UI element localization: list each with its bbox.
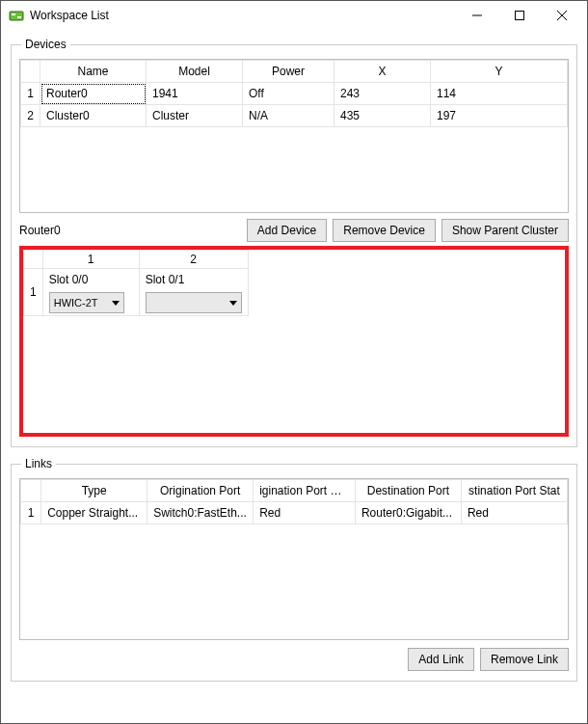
svg-rect-1 [12,13,15,15]
cell-model[interactable]: 1941 [147,83,243,105]
row-header-blank [21,480,41,502]
row-index: 1 [21,502,41,524]
svg-rect-0 [10,12,23,20]
links-table[interactable]: Type Origination Port igination Port Sta… [20,479,568,524]
slots-corner [24,251,43,269]
devices-table-wrap: Name Model Power X Y 1 Router0 1941 Off … [19,59,569,213]
svg-rect-4 [516,12,524,20]
col-model[interactable]: Model [147,61,243,83]
svg-rect-2 [17,16,21,18]
remove-link-button[interactable]: Remove Link [480,648,569,671]
close-button[interactable] [541,2,583,29]
minimize-button[interactable] [456,2,498,29]
title-bar: Workspace List [1,1,587,30]
col-dest-status[interactable]: stination Port Stat [461,480,567,502]
app-icon [9,8,24,23]
slot-combo[interactable]: HWIC-2T [49,292,124,313]
col-x[interactable]: X [334,61,431,83]
slot-cell: Slot 0/0 HWIC-2T [42,269,139,316]
add-device-button[interactable]: Add Device [247,219,327,242]
col-dest-port[interactable]: Destination Port [355,480,461,502]
cell-name[interactable]: Router0 [40,83,147,105]
links-header-row: Type Origination Port igination Port Sta… [21,480,568,502]
maximize-button[interactable] [498,2,541,29]
devices-button-row: Router0 Add Device Remove Device Show Pa… [19,219,569,242]
col-y[interactable]: Y [431,61,568,83]
table-row[interactable]: 1 Copper Straight... Switch0:FastEth... … [21,502,568,524]
add-link-button[interactable]: Add Link [408,648,474,671]
row-index: 1 [21,83,40,105]
slot-cell: Slot 0/1 [139,269,248,316]
slot-combo-value: HWIC-2T [54,297,98,308]
links-button-row: Add Link Remove Link [19,648,569,671]
links-legend: Links [21,457,56,470]
cell-x[interactable]: 243 [334,83,431,105]
chevron-down-icon [229,301,237,306]
col-name[interactable]: Name [40,61,147,83]
slots-col-header: 2 [139,251,248,269]
show-parent-cluster-button[interactable]: Show Parent Cluster [441,219,569,242]
selected-device-label: Router0 [19,224,241,237]
slot-label: Slot 0/1 [146,273,242,286]
cell-type[interactable]: Copper Straight... [41,502,147,524]
slots-panel: 1 2 1 Slot 0/0 HWIC-2T [19,246,569,437]
cell-orig-port[interactable]: Switch0:FastEth... [147,502,254,524]
cell-name[interactable]: Cluster0 [40,105,147,127]
slot-label: Slot 0/0 [49,273,133,286]
slots-row-index: 1 [24,269,43,316]
window-title: Workspace List [30,9,456,22]
devices-header-row: Name Model Power X Y [21,61,568,83]
chevron-down-icon [112,301,120,306]
table-row[interactable]: 1 Router0 1941 Off 243 114 [21,83,568,105]
slots-table: 1 2 1 Slot 0/0 HWIC-2T [23,250,249,316]
cell-orig-status[interactable]: Red [254,502,356,524]
slot-combo[interactable] [146,292,242,313]
cell-power[interactable]: Off [243,83,334,105]
cell-y[interactable]: 197 [431,105,568,127]
cell-y[interactable]: 114 [431,83,568,105]
devices-table[interactable]: Name Model Power X Y 1 Router0 1941 Off … [20,60,568,127]
col-orig-status[interactable]: igination Port Stat [254,480,356,502]
cell-dest-port[interactable]: Router0:Gigabit... [355,502,461,524]
remove-device-button[interactable]: Remove Device [333,219,436,242]
links-table-wrap: Type Origination Port igination Port Sta… [19,478,569,640]
col-type[interactable]: Type [41,480,147,502]
links-group: Links Type Origination Port igination Po… [11,457,577,682]
row-index: 2 [21,105,40,127]
col-power[interactable]: Power [243,61,334,83]
cell-power[interactable]: N/A [243,105,334,127]
cell-model[interactable]: Cluster [147,105,243,127]
row-header-blank [21,61,40,83]
cell-dest-status[interactable]: Red [461,502,567,524]
cell-x[interactable]: 435 [334,105,431,127]
devices-group: Devices Name Model Power X Y [11,38,577,447]
slots-col-header: 1 [42,251,139,269]
col-orig-port[interactable]: Origination Port [147,480,254,502]
table-row[interactable]: 2 Cluster0 Cluster N/A 435 197 [21,105,568,127]
devices-legend: Devices [21,38,70,51]
